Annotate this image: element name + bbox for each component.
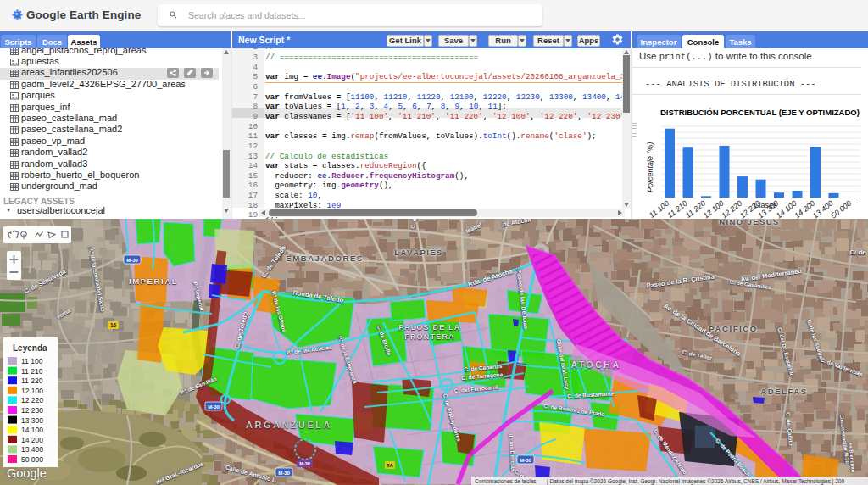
svg-text:ATOCHA: ATOCHA — [571, 360, 621, 370]
svg-text:LAVAPIÉS: LAVAPIÉS — [394, 248, 442, 257]
svg-text:PALOS DE LA: PALOS DE LA — [398, 323, 460, 332]
svg-text:12 230: 12 230 — [21, 406, 43, 415]
svg-text:NIÑO JESÚS: NIÑO JESÚS — [719, 219, 780, 226]
svg-text:2A: 2A — [387, 463, 393, 468]
svg-text:50 000: 50 000 — [21, 455, 43, 464]
svg-text:PACÍFICO: PACÍFICO — [709, 324, 757, 333]
svg-text:Leyenda: Leyenda — [13, 343, 47, 353]
svg-text:12 100: 12 100 — [21, 387, 43, 395]
svg-text:M-30: M-30 — [126, 258, 138, 263]
svg-text:M-30: M-30 — [208, 404, 220, 410]
svg-text:12 220: 12 220 — [21, 396, 43, 404]
svg-text:13 400: 13 400 — [21, 445, 43, 454]
svg-text:FRONTERA: FRONTERA — [404, 332, 455, 341]
svg-text:Combinaciones de teclas: Combinaciones de teclas — [475, 478, 537, 484]
svg-text:C/ de: C/ de — [849, 248, 866, 256]
svg-text:| Datos del mapa ©2026 Google,: | Datos del mapa ©2026 Google, Inst. Geo… — [547, 478, 844, 485]
svg-text:50 000: 50 000 — [829, 199, 853, 219]
svg-text:ARGANZUELA: ARGANZUELA — [246, 420, 332, 430]
svg-text:M-30: M-30 — [278, 471, 290, 476]
svg-text:11 210: 11 210 — [21, 367, 43, 376]
svg-text:11 220: 11 220 — [21, 376, 43, 385]
svg-text:EMBAJADORES: EMBAJADORES — [286, 254, 364, 263]
svg-text:M-30: M-30 — [520, 458, 531, 463]
svg-text:14 100: 14 100 — [21, 426, 43, 434]
svg-text:Porcentaje (%): Porcentaje (%) — [646, 142, 654, 192]
svg-text:11 100: 11 100 — [21, 357, 43, 365]
svg-text:Clases: Clases — [754, 201, 777, 209]
svg-text:ADELFAS: ADELFAS — [760, 387, 808, 396]
svg-text:IMPERIAL: IMPERIAL — [129, 276, 178, 286]
svg-text:M-30: M-30 — [299, 461, 310, 466]
svg-text:14 200: 14 200 — [21, 436, 43, 444]
svg-text:13 300: 13 300 — [21, 416, 43, 425]
svg-text:Google: Google — [7, 466, 47, 480]
svg-text:16: 16 — [110, 322, 117, 328]
